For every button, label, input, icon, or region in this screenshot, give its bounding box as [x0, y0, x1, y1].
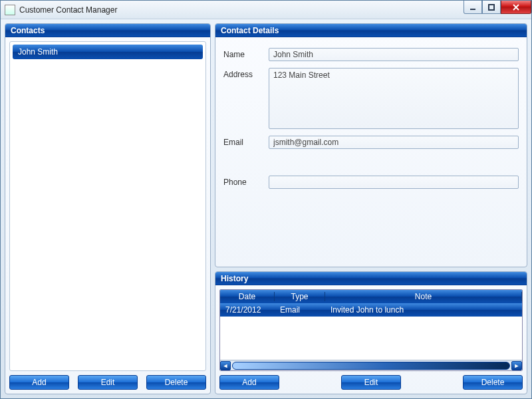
title-bar[interactable]: Customer Contact Manager: [1, 1, 531, 19]
contacts-add-button[interactable]: Add: [9, 375, 69, 390]
minimize-button[interactable]: [464, 1, 482, 14]
email-label: Email: [223, 136, 263, 149]
contacts-edit-button[interactable]: Edit: [78, 375, 138, 390]
svg-rect-0: [470, 9, 475, 10]
scroll-right-icon[interactable]: ►: [511, 361, 522, 370]
client-area: Contacts John Smith Add Edit Delete: [1, 19, 531, 398]
history-edit-button[interactable]: Edit: [341, 375, 401, 390]
left-column: Contacts John Smith Add Edit Delete: [5, 23, 211, 394]
cell-note: Invited John to lunch: [325, 305, 522, 315]
col-type[interactable]: Type: [275, 292, 325, 301]
col-date[interactable]: Date: [220, 292, 275, 301]
cell-date: 7/21/2012: [220, 305, 275, 315]
close-button[interactable]: [501, 1, 531, 14]
app-window: Customer Contact Manager Contacts John S…: [0, 0, 532, 399]
history-delete-button[interactable]: Delete: [463, 375, 523, 390]
app-icon: [5, 5, 15, 15]
contacts-list[interactable]: John Smith: [9, 41, 206, 371]
name-input[interactable]: [269, 48, 519, 61]
history-table-header: Date Type Note: [220, 290, 522, 303]
cell-type: Email: [275, 305, 325, 315]
history-row[interactable]: 7/21/2012 Email Invited John to lunch: [220, 303, 522, 317]
history-table[interactable]: Date Type Note 7/21/2012 Email Invited J…: [219, 289, 523, 371]
email-input[interactable]: [269, 136, 519, 149]
scroll-left-icon[interactable]: ◄: [220, 361, 231, 370]
address-label: Address: [223, 68, 263, 129]
close-icon: [512, 4, 520, 11]
history-add-button[interactable]: Add: [219, 375, 279, 390]
scroll-track[interactable]: [232, 362, 510, 370]
contacts-header: Contacts: [5, 24, 210, 37]
contacts-groupbox: Contacts John Smith Add Edit Delete: [5, 23, 211, 394]
history-horizontal-scrollbar[interactable]: ◄ ►: [220, 360, 522, 370]
phone-label: Phone: [223, 176, 263, 189]
address-input[interactable]: [269, 68, 519, 129]
history-groupbox: History Date Type Note 7/21/2012 Email I…: [215, 271, 527, 394]
details-header: Contact Details: [215, 24, 527, 37]
col-note[interactable]: Note: [325, 292, 522, 301]
contact-name: John Smith: [18, 47, 58, 57]
history-header: History: [215, 272, 527, 285]
maximize-button[interactable]: [482, 1, 501, 14]
svg-rect-1: [489, 5, 494, 10]
maximize-icon: [488, 4, 495, 11]
phone-input[interactable]: [269, 176, 519, 189]
window-title: Customer Contact Manager: [19, 5, 117, 15]
right-column: Contact Details Name Address Email Phone: [215, 23, 527, 394]
name-label: Name: [223, 48, 263, 61]
history-empty-area: [220, 317, 522, 360]
details-groupbox: Contact Details Name Address Email Phone: [215, 23, 527, 267]
contacts-delete-button[interactable]: Delete: [146, 375, 206, 390]
minimize-icon: [469, 4, 476, 11]
contact-list-item[interactable]: John Smith: [13, 45, 203, 59]
